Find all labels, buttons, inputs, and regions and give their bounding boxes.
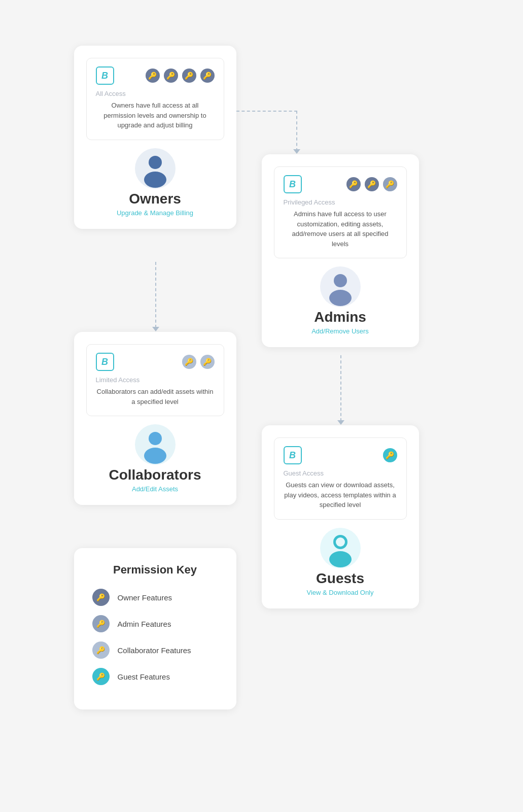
perm-key-collab-label: Collaborator Features [118,646,191,655]
connector-owners-admins-v [296,111,297,151]
perm-key-guest-label: Guest Features [118,672,170,681]
owners-key-3: 🔑 [182,69,196,83]
arrow-owners-collab [152,327,159,331]
arrow-admins-guests [337,420,344,425]
collabs-description: Collaborators can add/edit assets within… [96,387,215,407]
svg-point-8 [144,448,166,464]
collabs-key-2: 🔑 [200,355,215,369]
brand-logo-guests: B [284,446,302,464]
owners-key-1: 🔑 [146,69,160,83]
permission-key-title: Permission Key [92,563,218,577]
svg-point-4 [334,274,347,287]
arrow-owners-admins [293,149,300,154]
admins-description: Admins have full access to user customiz… [284,209,397,249]
admins-subtitle: Add/Remove Users [274,327,407,335]
collabs-avatar [86,424,224,465]
admins-key-2: 🔑 [365,177,379,191]
brand-logo-owners: B [96,66,114,85]
admins-card: B 🔑 🔑 🔑 Privileged Access Admins have fu… [262,154,419,347]
perm-key-collab-icon: 🔑 [92,641,110,659]
svg-point-2 [144,172,166,188]
perm-key-guest-icon: 🔑 [92,668,110,685]
connector-admins-guests-v [340,355,341,421]
permission-key-card: Permission Key 🔑 Owner Features 🔑 Admin … [74,548,236,709]
collabs-key-icons: 🔑 🔑 [182,355,215,369]
perm-key-admin-label: Admin Features [118,620,171,628]
owners-avatar [86,148,224,189]
owners-title: Owners [86,191,224,207]
owners-subtitle: Upgrade & Manage Billing [86,209,224,217]
guests-card: B 🔑 Guest Access Guests can view or down… [262,425,419,608]
collabs-access-label: Limited Access [96,376,215,384]
collabs-subtitle: Add/Edit Assets [86,485,224,493]
perm-key-guest: 🔑 Guest Features [92,668,218,685]
guests-description: Guests can view or download assets, play… [284,480,397,510]
perm-key-owner-label: Owner Features [118,593,172,602]
admins-access-label: Privileged Access [284,198,397,206]
guests-subtitle: View & Download Only [274,589,407,596]
admins-avatar [274,266,407,307]
collabs-key-1: 🔑 [182,355,196,369]
guests-title: Guests [274,570,407,587]
admins-key-3: 🔑 [383,177,397,191]
collabs-title: Collaborators [86,467,224,483]
perm-key-admin: 🔑 Admin Features [92,615,218,632]
owners-access-label: All Access [96,90,215,97]
admins-key-1: 🔑 [346,177,361,191]
admins-key-icons: 🔑 🔑 🔑 [346,177,397,191]
owners-card: B 🔑 🔑 🔑 🔑 All Access Owners have full ac… [74,46,236,229]
connector-owners-collab-v [155,262,156,328]
perm-key-admin-icon: 🔑 [92,615,110,632]
owners-key-icons: 🔑 🔑 🔑 🔑 [146,69,215,83]
guests-avatar [274,528,407,568]
perm-key-collab: 🔑 Collaborator Features [92,641,218,659]
owners-description: Owners have full access at all permissio… [96,100,215,130]
guests-key-icons: 🔑 [383,448,397,462]
guests-key-1: 🔑 [383,448,397,462]
svg-point-11 [329,551,352,567]
perm-key-owner: 🔑 Owner Features [92,589,218,606]
connector-owners-admins-h [236,111,297,112]
admins-title: Admins [274,309,407,325]
svg-point-5 [329,290,352,306]
svg-point-12 [336,537,345,547]
perm-key-owner-icon: 🔑 [92,589,110,606]
guests-access-label: Guest Access [284,469,397,477]
collaborators-card: B 🔑 🔑 Limited Access Collaborators can a… [74,332,236,505]
svg-point-1 [149,156,162,169]
brand-logo-collabs: B [96,353,114,371]
owners-key-4: 🔑 [200,69,215,83]
owners-key-2: 🔑 [164,69,178,83]
svg-point-7 [149,432,162,445]
brand-logo-admins: B [284,175,302,193]
